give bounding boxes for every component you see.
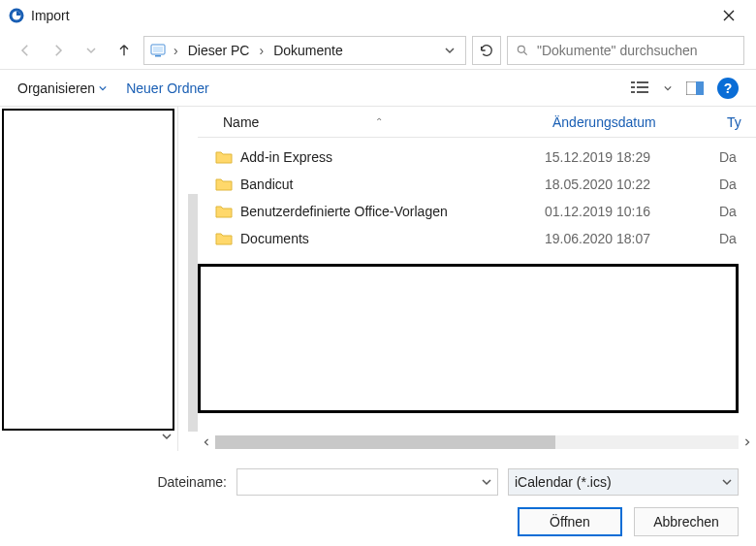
file-date: 15.12.2019 18:29 [545, 149, 719, 165]
selection-highlight [198, 264, 739, 413]
pc-icon [150, 43, 166, 58]
view-options-button[interactable] [628, 76, 653, 101]
file-name: Documents [240, 231, 545, 246]
view-dropdown[interactable] [663, 76, 673, 101]
close-button[interactable] [709, 2, 748, 29]
svg-rect-4 [155, 55, 161, 57]
open-button[interactable]: Öffnen [518, 507, 622, 536]
splitter[interactable] [178, 107, 198, 451]
folder-tree-pane [0, 107, 178, 451]
folder-icon [215, 177, 233, 192]
cancel-button[interactable]: Abbrechen [634, 507, 739, 536]
file-type: Da [719, 177, 756, 192]
filename-input[interactable] [236, 468, 498, 496]
file-row[interactable]: Benutzerdefinierte Office-Vorlagen01.12.… [198, 198, 756, 225]
back-button[interactable] [12, 37, 39, 64]
file-name: Benutzerdefinierte Office-Vorlagen [240, 204, 545, 219]
folder-icon [215, 204, 233, 219]
file-list-pane: Name⌃ Änderungsdatum Ty Add-in Express15… [198, 107, 756, 451]
address-dropdown[interactable] [440, 37, 459, 64]
breadcrumb-sep: › [172, 43, 180, 58]
search-input[interactable] [537, 43, 736, 58]
file-type: Da [719, 149, 756, 165]
svg-rect-3 [153, 47, 163, 52]
new-folder-button[interactable]: Neuer Ordner [126, 80, 209, 96]
folder-icon [215, 149, 233, 165]
organize-menu[interactable]: Organisieren [17, 80, 107, 96]
search-box[interactable] [507, 36, 744, 65]
file-date: 01.12.2019 10:16 [545, 204, 719, 219]
file-date: 19.06.2020 18:07 [545, 231, 719, 246]
svg-rect-8 [631, 86, 635, 88]
file-row[interactable]: Add-in Express15.12.2019 18:29Da [198, 144, 756, 171]
tree-highlight [2, 109, 174, 431]
svg-rect-13 [696, 81, 704, 95]
chevron-down-icon[interactable] [482, 477, 491, 487]
scroll-thumb[interactable] [215, 435, 555, 449]
column-name[interactable]: Name⌃ [215, 114, 545, 130]
horizontal-scrollbar[interactable] [198, 434, 756, 451]
breadcrumb-folder[interactable]: Dokumente [271, 43, 345, 58]
up-button[interactable] [110, 37, 138, 64]
svg-rect-11 [637, 91, 648, 93]
svg-point-5 [518, 46, 524, 52]
sort-asc-icon: ⌃ [375, 116, 383, 127]
scroll-right-icon[interactable] [739, 434, 756, 451]
filename-label: Dateiname: [157, 474, 227, 490]
preview-pane-button[interactable] [682, 76, 708, 101]
file-name: Add-in Express [240, 149, 545, 165]
filetype-select[interactable]: iCalendar (*.ics) [508, 468, 739, 496]
app-icon [8, 7, 25, 24]
recent-dropdown[interactable] [78, 37, 105, 64]
scroll-left-icon[interactable] [198, 434, 215, 451]
svg-rect-7 [637, 81, 648, 83]
help-button[interactable]: ? [717, 78, 739, 99]
file-date: 18.05.2020 10:22 [545, 177, 719, 192]
folder-icon [215, 231, 233, 246]
file-name: Bandicut [240, 177, 545, 192]
breadcrumb-pc[interactable]: Dieser PC [186, 43, 252, 58]
breadcrumb-sep: › [257, 43, 266, 58]
svg-rect-10 [631, 91, 635, 93]
window-title: Import [31, 8, 70, 23]
column-type[interactable]: Ty [719, 114, 756, 130]
address-bar[interactable]: › Dieser PC › Dokumente [143, 36, 466, 65]
column-date[interactable]: Änderungsdatum [545, 114, 719, 130]
forward-button[interactable] [45, 37, 72, 64]
chevron-down-icon[interactable] [722, 477, 732, 487]
tree-scroll-down[interactable] [162, 432, 175, 445]
svg-rect-6 [631, 81, 635, 83]
file-row[interactable]: Documents19.06.2020 18:07Da [198, 225, 756, 252]
file-type: Da [719, 231, 756, 246]
svg-rect-9 [637, 86, 648, 88]
file-row[interactable]: Bandicut18.05.2020 10:22Da [198, 171, 756, 198]
refresh-button[interactable] [472, 36, 501, 65]
file-type: Da [719, 204, 756, 219]
search-icon [516, 44, 529, 57]
